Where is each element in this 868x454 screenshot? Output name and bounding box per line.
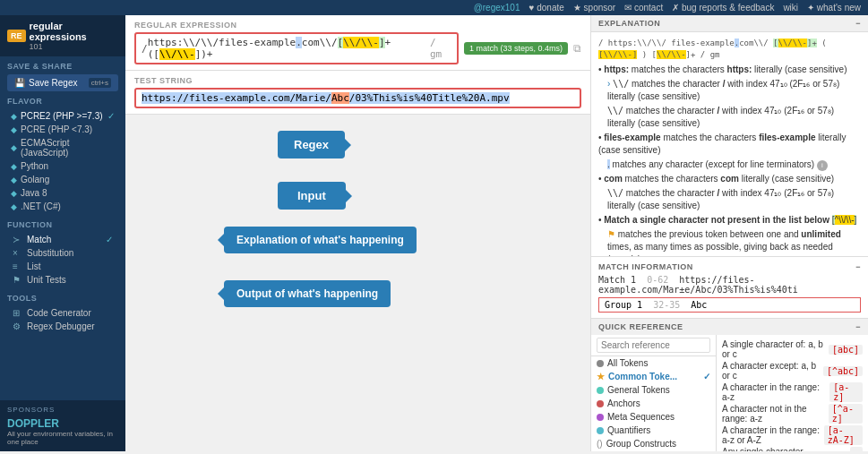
quick-ref-collapse[interactable]: − xyxy=(855,322,861,331)
qr-check: ✓ xyxy=(703,372,710,381)
sponsor-name[interactable]: DOPPLER xyxy=(7,417,118,430)
flavor-dotnet[interactable]: ◆ .NET (C#) xyxy=(7,200,118,213)
qr-meta-seq[interactable]: Meta Sequences xyxy=(591,410,716,424)
bug-link[interactable]: ✗ bug reports & feedback xyxy=(672,3,774,13)
group1-label: Group 1 xyxy=(605,300,642,310)
function-section: FUNCTION ≻ Match ✓ × Substitution ≡ List… xyxy=(0,217,125,290)
match-badge: 1 match (33 steps, 0.4ms) xyxy=(464,42,568,55)
contact-link[interactable]: ✉ contact xyxy=(624,3,663,13)
save-share-section: SAVE & SHARE 💾 Save Regex ctrl+s xyxy=(0,56,125,93)
quick-ref-body: All Tokens ★ Common Toke... ✓ General To… xyxy=(591,335,868,451)
tools-title: TOOLS xyxy=(7,294,118,303)
quick-ref-label: QUICK REFERENCE xyxy=(598,322,683,331)
flavor-arrow5: ◆ xyxy=(11,176,17,184)
qr-general-tokens[interactable]: General Tokens xyxy=(591,383,716,397)
match-check: ✓ xyxy=(106,235,113,244)
flavor-python[interactable]: ◆ Python xyxy=(7,159,118,173)
exp-line-0: / https:\\/\\/ files-example.com\\/ [\\/… xyxy=(598,38,861,60)
explanation-header: EXPLANATION − xyxy=(591,15,868,32)
flavor-ecma-label: ECMAScript (JavaScript) xyxy=(21,138,115,158)
list-icon: ≡ xyxy=(13,261,23,271)
test-input[interactable]: https://files-example.com/Marie/Abc/03%T… xyxy=(134,88,581,108)
copy-icon[interactable]: ⧉ xyxy=(573,42,581,55)
input-arrow-label: Input xyxy=(278,182,346,210)
match1-range: 0-62 xyxy=(647,275,668,285)
flavor-title: FLAVOR xyxy=(7,97,118,106)
whats-new-link[interactable]: ✦ what's new xyxy=(807,3,861,13)
save-regex-button[interactable]: 💾 Save Regex ctrl+s xyxy=(7,74,118,91)
test-match: https://files-example.com/Marie/Abc/03%T… xyxy=(142,92,510,104)
donate-link[interactable]: ♥ donate xyxy=(529,3,564,13)
meta-dot xyxy=(597,414,604,421)
wiki-link[interactable]: wiki xyxy=(783,3,798,13)
qr-desc-0: A single character of: a, b or c xyxy=(722,339,829,359)
sponsor-link[interactable]: ★ sponsor xyxy=(573,3,615,13)
qr-search xyxy=(591,335,716,356)
regex-bar: / https:\\/\\/files-example.com\\/[\\/\\… xyxy=(134,32,581,64)
quick-ref-header: QUICK REFERENCE − xyxy=(591,319,868,335)
flavor-arrow7: ◆ xyxy=(11,202,17,211)
qr-code-1: [^abc] xyxy=(823,366,863,376)
qr-code-4: [a-zA-Z] xyxy=(824,425,863,445)
logo: RE regular expressions 101 xyxy=(0,15,125,56)
exp-line-6: com matches the characters com literally… xyxy=(598,173,861,185)
func-match[interactable]: ≻ Match ✓ xyxy=(7,233,118,246)
sponsor-sub: All your environment variables, in one p… xyxy=(7,430,118,446)
qr-all-tokens[interactable]: All Tokens xyxy=(591,356,716,370)
qr-categories: All Tokens ★ Common Toke... ✓ General To… xyxy=(591,335,717,451)
qr-search-input[interactable] xyxy=(597,338,710,353)
meta-seq-label: Meta Sequences xyxy=(607,412,675,422)
qr-entry-5: Any single character . xyxy=(722,446,863,451)
sub-icon: × xyxy=(13,248,23,258)
exp-line-8: Match a single character not present in … xyxy=(598,214,861,227)
flavor-pcre-label: PCRE (PHP <7.3) xyxy=(21,124,92,134)
match-info-collapse[interactable]: − xyxy=(855,262,861,271)
qr-entry-0: A single character of: a, b or c [abc] xyxy=(722,338,863,360)
qr-group-constructs[interactable]: () Group Constructs xyxy=(591,437,716,450)
explanation-arrow-head-left xyxy=(211,234,224,246)
flavor-python-label: Python xyxy=(21,161,48,171)
unit-icon: ⚑ xyxy=(13,275,23,285)
qr-quantifiers[interactable]: Quantifiers xyxy=(591,424,716,437)
func-unit-tests[interactable]: ⚑ Unit Tests xyxy=(7,273,118,287)
qr-anchors[interactable]: Anchors xyxy=(591,397,716,410)
flavor-pcre[interactable]: ◆ PCRE (PHP <7.3) xyxy=(7,123,118,136)
function-title: FUNCTION xyxy=(7,220,118,229)
qr-desc-4: A character in the range: a-z or A-Z xyxy=(722,425,824,445)
group-constructs-label: Group Constructs xyxy=(606,439,676,449)
func-list[interactable]: ≡ List xyxy=(7,260,118,273)
flavor-golang[interactable]: ◆ Golang xyxy=(7,173,118,186)
func-list-label: List xyxy=(27,261,41,271)
right-panel: EXPLANATION − / https:\\/\\/ files-examp… xyxy=(590,15,868,451)
regex-input[interactable]: / https:\\/\\/files-example.com\\/[\\/\\… xyxy=(134,32,459,64)
qr-desc-5: Any single character xyxy=(722,447,804,451)
all-tokens-dot xyxy=(597,360,604,367)
input-arrow-head xyxy=(346,190,358,202)
anchors-dot xyxy=(597,400,604,407)
regex-label: REGULAR EXPRESSION xyxy=(134,21,581,30)
qr-common-tokens[interactable]: ★ Common Toke... ✓ xyxy=(591,370,716,383)
explanation-collapse[interactable]: − xyxy=(855,19,861,28)
common-star: ★ xyxy=(597,372,605,381)
qr-desc-3: A character not in the range: a-z xyxy=(722,404,829,424)
flavor-java[interactable]: ◆ Java 8 xyxy=(7,186,118,200)
match-icon: ≻ xyxy=(13,235,23,244)
twitter-link[interactable]: @regex101 xyxy=(474,3,520,13)
flavor-java-label: Java 8 xyxy=(21,188,47,198)
qr-entry-1: A character except: a, b or c [^abc] xyxy=(722,360,863,381)
qr-entry-4: A character in the range: a-z or A-Z [a-… xyxy=(722,424,863,446)
group-row-1: Group 1 32-35 Abc xyxy=(598,297,861,313)
func-substitution[interactable]: × Substitution xyxy=(7,246,118,260)
qr-code-3: [^a-z] xyxy=(829,404,863,424)
flavor-ecma[interactable]: ◆ ECMAScript (JavaScript) xyxy=(7,136,118,159)
regex-section: REGULAR EXPRESSION / https:\\/\\/files-e… xyxy=(125,15,590,71)
save-shortcut: ctrl+s xyxy=(89,78,111,88)
flavor-pcre2[interactable]: ◆ PCRE2 (PHP >=7.3) ✓ xyxy=(7,109,118,123)
quant-dot xyxy=(597,427,604,434)
regex-content: https:\\/\\/files-example.com\\/[\\/\\-]… xyxy=(148,37,426,60)
flavor-pcre2-label: PCRE2 (PHP >=7.3) xyxy=(21,111,103,121)
anchors-label: Anchors xyxy=(607,398,640,408)
tool-code-gen[interactable]: ⊞ Code Generator xyxy=(7,306,118,320)
tool-debugger[interactable]: ⚙ Regex Debugger xyxy=(7,320,118,333)
flavor-arrow: ◆ xyxy=(11,112,17,121)
